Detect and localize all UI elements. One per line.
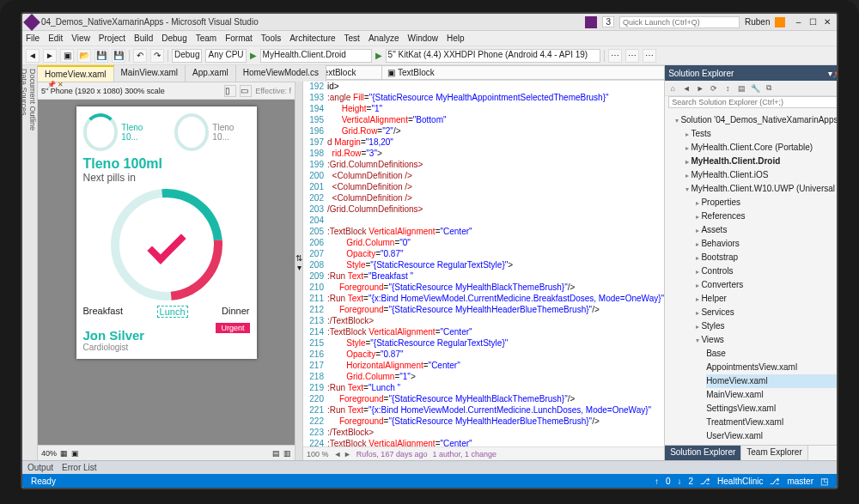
folder-node[interactable]: Assets: [696, 223, 838, 237]
menu-test[interactable]: Test: [344, 33, 360, 43]
back-icon[interactable]: ◄: [680, 82, 692, 94]
save-all-button[interactable]: 💾: [112, 49, 125, 63]
file-node[interactable]: AppointmentsView.xaml: [706, 361, 838, 374]
project-node[interactable]: MyHealth.Client.W10.UWP (Universal Windo…: [685, 182, 838, 445]
ratio-label[interactable]: 100 %: [307, 450, 329, 458]
tab-output[interactable]: Output: [27, 463, 53, 472]
maximize-button[interactable]: ☐: [807, 17, 819, 27]
menu-format[interactable]: Format: [225, 33, 253, 43]
folder-node[interactable]: Styles: [696, 319, 838, 333]
project-node[interactable]: MyHealth.Client.Core (Portable): [685, 141, 838, 155]
notif-count[interactable]: 3: [602, 16, 614, 27]
target-combo[interactable]: 5" KitKat (4.4) XXHDPI Phone (Android 4.…: [386, 49, 600, 63]
repo-icon[interactable]: ⎇: [700, 477, 710, 486]
play-icon-2[interactable]: ▶: [375, 51, 382, 60]
file-node[interactable]: MainView.xaml: [706, 388, 838, 402]
tool-btn[interactable]: ⋯: [625, 49, 639, 63]
folder-node[interactable]: Bootstrap: [696, 251, 838, 264]
open-button[interactable]: 📂: [77, 49, 91, 63]
project-node[interactable]: MyHealth.Client.iOS: [685, 168, 838, 182]
code-combo-right[interactable]: ▣ TextBlock: [381, 65, 665, 80]
split-v-icon[interactable]: ▥: [283, 449, 291, 458]
folder-node[interactable]: Services: [696, 306, 838, 319]
orient-btn[interactable]: ▭: [240, 85, 252, 97]
status-corner-icon[interactable]: ◳: [820, 477, 828, 486]
file-node[interactable]: HomeView.xaml: [706, 374, 838, 388]
codelens-author[interactable]: Rufos, 167 days ago: [356, 450, 428, 458]
menu-window[interactable]: Window: [407, 33, 438, 43]
fwd-icon[interactable]: ►: [694, 82, 706, 94]
file-node[interactable]: Base: [706, 347, 838, 361]
properties-icon[interactable]: 🔧: [749, 82, 761, 94]
file-node[interactable]: TreatmentView.xaml: [706, 416, 838, 429]
fit-icon[interactable]: ▣: [71, 449, 79, 458]
folder-node[interactable]: References: [696, 209, 838, 223]
code-text[interactable]: id>:angle Fill="{StaticResource MyHealth…: [327, 81, 664, 446]
file-node[interactable]: SettingsView.xaml: [706, 402, 838, 416]
project-node[interactable]: MyHealth.Client.Droid: [685, 155, 838, 168]
startup-combo[interactable]: MyHealth.Client.Droid: [260, 49, 372, 63]
tool-btn[interactable]: ⋯: [608, 49, 622, 63]
expand-icon[interactable]: ▾: [297, 263, 302, 272]
close-button[interactable]: ✕: [821, 17, 833, 27]
push-icon[interactable]: ↑: [655, 477, 659, 486]
doc-tab[interactable]: MainView.xaml: [114, 65, 186, 82]
document-outline-tab[interactable]: Document Outline: [28, 69, 37, 455]
config-combo[interactable]: Debug: [172, 49, 202, 63]
zoom-label[interactable]: 40%: [41, 449, 57, 458]
xaml-canvas[interactable]: Tleno 10... Tleno 10... Tleno 100ml Next…: [38, 100, 295, 445]
data-sources-tab[interactable]: Data Sources: [21, 69, 28, 455]
showall-icon[interactable]: ▤: [735, 82, 747, 94]
views-folder[interactable]: ViewsBaseAppointmentsView.xamlHomeView.x…: [696, 333, 838, 443]
nav-back-button[interactable]: ◄: [26, 49, 40, 63]
undo-button[interactable]: ↶: [133, 49, 147, 63]
menu-project[interactable]: Project: [99, 33, 125, 43]
doc-tab[interactable]: HomeView.xaml📌 ✕: [38, 65, 114, 82]
pull-icon[interactable]: ↓: [678, 477, 682, 486]
pane-pin-icon[interactable]: 📌: [832, 69, 838, 78]
menu-file[interactable]: File: [26, 33, 40, 43]
new-button[interactable]: ▣: [60, 49, 74, 63]
collapse-icon[interactable]: ↕: [722, 82, 734, 94]
menu-debug[interactable]: Debug: [161, 33, 186, 43]
minimize-button[interactable]: –: [792, 17, 804, 27]
branch-name[interactable]: master: [787, 477, 813, 486]
save-button[interactable]: 💾: [94, 49, 108, 63]
home-icon[interactable]: ⌂: [667, 82, 679, 94]
meal-lunch[interactable]: Lunch: [157, 306, 188, 318]
tab-error-list[interactable]: Error List: [62, 463, 97, 472]
pane-splitter[interactable]: ⇅ ▾: [295, 65, 303, 460]
play-icon[interactable]: ▶: [250, 51, 257, 60]
folder-node[interactable]: Converters: [696, 278, 838, 292]
folder-node[interactable]: Behaviors: [696, 237, 838, 251]
branch-icon[interactable]: ⎇: [770, 477, 780, 486]
orient-btn[interactable]: ▯: [224, 85, 236, 97]
menu-architecture[interactable]: Architecture: [289, 33, 335, 43]
codelens-changes[interactable]: 1 author, 1 change: [432, 450, 497, 458]
project-node[interactable]: Tests: [685, 127, 838, 141]
tab-sol-explorer[interactable]: Solution Explorer: [665, 446, 741, 460]
notif-flag-icon[interactable]: [585, 16, 597, 28]
repo-name[interactable]: HealthClinic: [717, 477, 763, 486]
solution-tree[interactable]: Solution '04_Demos_NativeXamarinApps' (6…: [665, 112, 838, 445]
menu-help[interactable]: Help: [447, 33, 465, 43]
menu-analyze[interactable]: Analyze: [369, 33, 399, 43]
sol-search-input[interactable]: [668, 96, 838, 108]
preview-icon[interactable]: ⧉: [763, 82, 775, 94]
file-node[interactable]: UserView.xaml: [706, 429, 838, 443]
quick-launch-input[interactable]: [619, 16, 740, 28]
doc-tab[interactable]: HomeViewModel.cs: [236, 65, 326, 82]
device-combo[interactable]: 5" Phone (1920 x 1080) 300% scale: [41, 87, 221, 95]
split-h-icon[interactable]: ▤: [272, 449, 280, 458]
code-editor[interactable]: 1921931941951961971981992002012022032042…: [303, 81, 664, 446]
refresh-icon[interactable]: ⟳: [708, 82, 720, 94]
menu-team[interactable]: Team: [196, 33, 216, 43]
nav-fwd-button[interactable]: ►: [43, 49, 57, 63]
solution-node[interactable]: Solution '04_Demos_NativeXamarinApps' (6…: [675, 113, 838, 445]
user-avatar-icon[interactable]: [775, 17, 785, 27]
folder-node[interactable]: Helper: [696, 292, 838, 306]
folder-node[interactable]: Controls: [696, 264, 838, 278]
tab-team-explorer[interactable]: Team Explorer: [741, 446, 807, 460]
grid-icon[interactable]: ▦: [60, 449, 68, 458]
user-label[interactable]: Ruben: [745, 17, 770, 27]
